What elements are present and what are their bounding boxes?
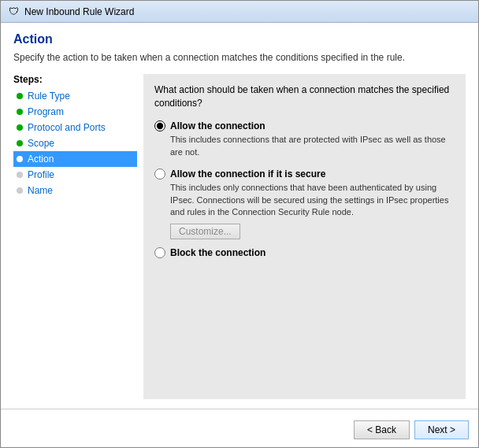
radio-allow[interactable] (154, 120, 165, 131)
page-title: Action (13, 32, 466, 46)
window: 🛡 New Inbound Rule Wizard Action Specify… (0, 0, 479, 448)
option-allow-secure-row: Allow the connection if it is secure (154, 168, 455, 180)
step-dot (17, 187, 23, 194)
option-allow-row: Allow the connection (154, 120, 455, 131)
content-area: Action Specify the action to be taken wh… (1, 23, 478, 405)
customize-button[interactable]: Customize... (170, 224, 240, 239)
option-block-row: Block the connection (154, 247, 455, 258)
steps-panel: Steps: Rule Type Program Protocol and Po… (13, 74, 143, 399)
radio-block-label: Block the connection (170, 247, 265, 258)
question-text: What action should be taken when a conne… (154, 83, 455, 110)
steps-label: Steps: (13, 74, 137, 85)
footer-divider (1, 409, 478, 409)
step-dot (17, 109, 23, 115)
radio-allow-label: Allow the connection (170, 120, 265, 131)
sidebar-item-rule-type[interactable]: Rule Type (13, 88, 137, 104)
radio-allow-secure[interactable] (154, 168, 165, 180)
title-bar: 🛡 New Inbound Rule Wizard (1, 1, 478, 23)
next-button[interactable]: Next > (414, 420, 469, 439)
step-dot (17, 124, 23, 131)
window-title: New Inbound Rule Wizard (24, 6, 134, 17)
step-label: Profile (28, 169, 54, 180)
step-label: Name (28, 185, 53, 196)
sidebar-item-profile[interactable]: Profile (13, 167, 137, 183)
right-panel: What action should be taken when a conne… (143, 74, 466, 399)
option-allow-secure: Allow the connection if it is secure Thi… (154, 168, 455, 239)
step-dot (17, 156, 23, 162)
window-icon: 🛡 (7, 6, 20, 18)
option-block: Block the connection (154, 247, 455, 261)
sidebar-item-protocol-ports[interactable]: Protocol and Ports (13, 120, 137, 135)
radio-allow-desc: This includes connections that are prote… (170, 134, 455, 158)
step-dot (17, 93, 23, 99)
radio-allow-secure-label: Allow the connection if it is secure (170, 168, 325, 180)
step-label: Rule Type (28, 91, 70, 102)
footer: < Back Next > (1, 414, 478, 447)
page-description: Specify the action to be taken when a co… (13, 51, 466, 65)
step-label: Protocol and Ports (28, 122, 106, 133)
sidebar-item-action[interactable]: Action (13, 151, 137, 167)
sidebar-item-program[interactable]: Program (13, 104, 137, 120)
step-dot (17, 172, 23, 178)
radio-block[interactable] (154, 247, 165, 258)
step-label: Action (28, 154, 54, 165)
back-button[interactable]: < Back (354, 420, 410, 439)
step-label: Scope (28, 138, 54, 149)
sidebar-item-name[interactable]: Name (13, 183, 137, 198)
radio-allow-secure-desc: This includes only connections that have… (170, 182, 455, 218)
step-dot (17, 140, 23, 146)
sidebar-item-scope[interactable]: Scope (13, 135, 137, 151)
step-label: Program (28, 106, 64, 117)
option-allow: Allow the connection This includes conne… (154, 120, 455, 161)
main-layout: Steps: Rule Type Program Protocol and Po… (13, 74, 466, 399)
